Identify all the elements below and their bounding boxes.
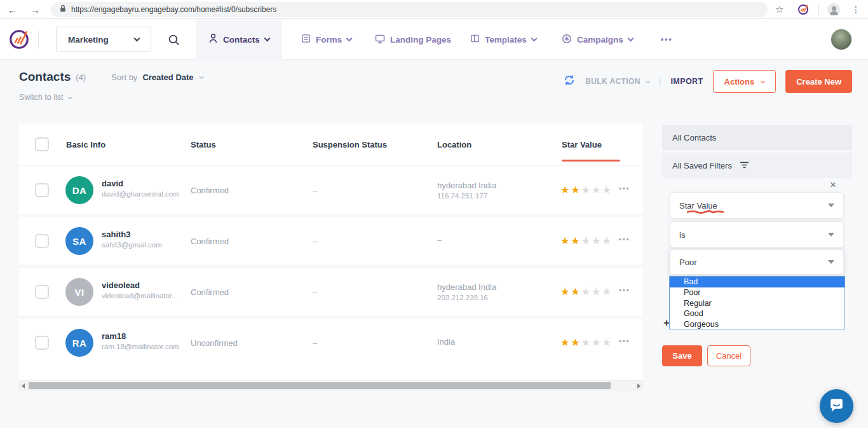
star-icon[interactable]: ★: [581, 184, 592, 195]
browser-back-icon[interactable]: ←: [8, 0, 17, 19]
import-button[interactable]: IMPORT: [671, 77, 703, 86]
all-contacts-item[interactable]: All Contacts: [662, 125, 852, 150]
row-checkbox[interactable]: [35, 336, 49, 350]
star-icon[interactable]: ★: [602, 184, 612, 195]
column-header-star-value[interactable]: Star Value: [562, 140, 602, 149]
workspace-selector[interactable]: Marketing: [56, 27, 151, 52]
chevron-down-icon: [828, 233, 834, 237]
star-icon[interactable]: ★: [560, 286, 571, 297]
contact-name[interactable]: david: [102, 179, 123, 188]
table-row: VI videolead videolead@mailinator... Con…: [19, 268, 643, 315]
suspension-status: –: [313, 186, 317, 195]
user-avatar[interactable]: [831, 29, 851, 50]
actions-button[interactable]: Actions: [713, 70, 776, 93]
url-bar[interactable]: https://engagebayru.engagebay.com/home#l…: [51, 2, 768, 17]
row-menu-icon[interactable]: •••: [619, 337, 630, 345]
star-icon[interactable]: ★: [602, 286, 612, 297]
star-icon[interactable]: ★: [592, 286, 602, 297]
close-filter-icon[interactable]: ×: [830, 179, 836, 190]
star-rating[interactable]: ★★★★★: [560, 286, 613, 298]
bulk-action-button[interactable]: BULK ACTION: [585, 77, 649, 86]
column-header-basic-info[interactable]: Basic Info: [66, 140, 105, 149]
red-underline-annotation: [687, 207, 724, 216]
star-icon[interactable]: ★: [602, 235, 612, 246]
star-rating[interactable]: ★★★★★: [560, 336, 613, 349]
dropdown-option-poor[interactable]: Poor: [670, 287, 844, 298]
avatar[interactable]: DA: [65, 176, 93, 204]
chevron-down-icon: [761, 78, 765, 83]
scroll-right-icon[interactable]: [637, 383, 641, 389]
nav-tab-campaigns[interactable]: Campaigns: [559, 19, 635, 60]
dropdown-option-bad[interactable]: Bad: [670, 277, 844, 287]
filter-value-value: Poor: [679, 258, 696, 267]
select-all-checkbox[interactable]: [35, 137, 49, 151]
star-icon[interactable]: ★: [571, 337, 581, 348]
column-header-location[interactable]: Location: [437, 140, 471, 149]
monitor-icon: [375, 34, 385, 46]
row-menu-icon[interactable]: •••: [619, 235, 630, 243]
dropdown-option-regular[interactable]: Regular: [670, 298, 844, 309]
star-icon[interactable]: ★: [560, 337, 571, 348]
star-icon[interactable]: ★: [602, 337, 612, 348]
contact-status: Unconfirmed: [191, 338, 238, 348]
row-menu-icon[interactable]: •••: [619, 286, 630, 294]
row-checkbox[interactable]: [35, 285, 49, 299]
avatar[interactable]: SA: [65, 227, 93, 255]
star-rating[interactable]: ★★★★★: [560, 184, 613, 196]
bookmark-star-icon[interactable]: ☆: [775, 0, 783, 19]
engagebay-logo[interactable]: [8, 28, 31, 53]
save-button[interactable]: Save: [662, 345, 702, 366]
browser-profile-icon[interactable]: [827, 0, 840, 19]
browser-forward-icon[interactable]: →: [31, 0, 40, 19]
all-saved-filters-item[interactable]: All Saved Filters: [662, 153, 852, 178]
star-icon[interactable]: ★: [592, 235, 602, 246]
scrollbar-thumb[interactable]: [29, 382, 611, 389]
suspension-status: –: [313, 237, 317, 246]
chat-bubble-icon: [828, 396, 845, 416]
nav-tab-templates[interactable]: Templates: [468, 19, 539, 60]
contact-status: Confirmed: [191, 186, 229, 195]
nav-more-icon[interactable]: •••: [661, 19, 673, 60]
column-header-status[interactable]: Status: [191, 140, 216, 149]
cancel-button[interactable]: Cancel: [707, 345, 750, 366]
row-checkbox[interactable]: [35, 183, 49, 197]
browser-menu-icon[interactable]: ⋮: [851, 0, 860, 19]
search-icon[interactable]: [168, 34, 180, 48]
star-icon[interactable]: ★: [571, 286, 581, 297]
avatar[interactable]: VI: [65, 278, 93, 306]
star-rating[interactable]: ★★★★★: [560, 235, 613, 247]
chevron-down-icon: [346, 35, 353, 41]
contact-name[interactable]: sahith3: [102, 230, 131, 239]
dropdown-option-good[interactable]: Good: [670, 308, 844, 319]
star-icon[interactable]: ★: [560, 184, 571, 195]
contact-name[interactable]: ram18: [102, 331, 126, 341]
filter-value-select[interactable]: Poor: [670, 249, 844, 275]
contact-name[interactable]: videolead: [102, 280, 140, 290]
star-icon[interactable]: ★: [581, 235, 592, 246]
star-icon[interactable]: ★: [560, 235, 571, 246]
star-icon[interactable]: ★: [592, 337, 602, 348]
nav-tab-contacts[interactable]: Contacts: [196, 19, 282, 60]
dropdown-option-gorgeous[interactable]: Gorgeous: [670, 319, 844, 330]
refresh-icon[interactable]: [563, 74, 576, 89]
nav-tab-landing-pages[interactable]: Landing Pages: [372, 19, 454, 60]
avatar[interactable]: RA: [65, 329, 93, 357]
star-icon[interactable]: ★: [581, 286, 592, 297]
horizontal-scrollbar[interactable]: [19, 380, 643, 390]
sort-value[interactable]: Created Date: [142, 72, 193, 82]
row-menu-icon[interactable]: •••: [619, 184, 630, 192]
create-new-button[interactable]: Create New: [785, 70, 852, 93]
filter-operator-select[interactable]: is: [670, 221, 844, 248]
star-icon[interactable]: ★: [571, 184, 581, 195]
row-checkbox[interactable]: [35, 234, 49, 248]
nav-tab-forms[interactable]: Forms: [299, 19, 354, 60]
scroll-left-icon[interactable]: [22, 383, 25, 389]
star-icon[interactable]: ★: [592, 184, 602, 195]
chat-widget-button[interactable]: [820, 389, 853, 423]
column-header-suspension[interactable]: Suspension Status: [313, 140, 387, 149]
star-icon[interactable]: ★: [571, 235, 581, 246]
switch-to-list[interactable]: Switch to list: [19, 93, 72, 102]
star-icon[interactable]: ★: [581, 337, 592, 348]
filter-field-select[interactable]: Star Value: [670, 192, 844, 219]
engagebay-extension-icon[interactable]: [797, 0, 810, 19]
